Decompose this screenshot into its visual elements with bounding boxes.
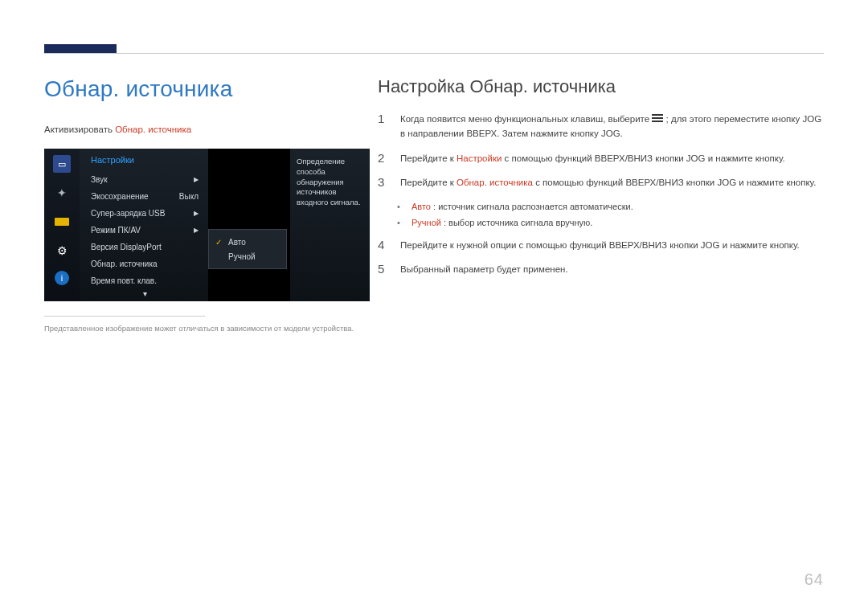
option-name: Авто bbox=[411, 202, 431, 211]
gear-icon[interactable]: ⚙ bbox=[53, 242, 71, 260]
step-body: Перейдите к нужной опции с помощью функц… bbox=[400, 238, 824, 252]
step-text: с помощью функций ВВЕРХ/ВНИЗ кнопки JOG … bbox=[535, 178, 816, 187]
osd-menu-title: Настройки bbox=[91, 155, 199, 165]
bullet-dash: • bbox=[397, 216, 403, 230]
right-column: Настройка Обнар. источника 1 Когда появи… bbox=[378, 76, 824, 286]
step-number: 4 bbox=[378, 238, 389, 252]
step-number: 1 bbox=[378, 112, 389, 126]
osd-row-label: Версия DisplayPort bbox=[91, 243, 162, 251]
step-text: Перейдите к bbox=[400, 178, 457, 187]
page: Обнар. источника Активизировать Обнар. и… bbox=[0, 0, 868, 613]
check-icon: ✓ bbox=[215, 238, 223, 247]
osd-row-label: Супер-зарядка USB bbox=[91, 209, 165, 218]
osd-popup-option[interactable]: ✓Авто bbox=[215, 235, 280, 249]
osd-row[interactable]: ЭкосохранениеВыкл bbox=[91, 188, 199, 205]
osd-popup-option-label: Авто bbox=[228, 238, 246, 247]
left-column: Обнар. источника Активизировать Обнар. и… bbox=[44, 76, 370, 334]
osd-row[interactable]: Звук▶ bbox=[91, 171, 199, 188]
page-number: 64 bbox=[805, 570, 824, 589]
chevron-right-icon: ▶ bbox=[194, 227, 199, 234]
step-nav-target: Обнар. источника bbox=[457, 178, 533, 187]
bullet-body: Ручной : выбор источника сигнала вручную… bbox=[411, 216, 592, 230]
step-body: Перейдите к Обнар. источника с помощью ф… bbox=[400, 175, 824, 190]
option-desc: : выбор источника сигнала вручную. bbox=[444, 218, 592, 227]
header-rule bbox=[44, 53, 824, 54]
step-number: 5 bbox=[378, 262, 389, 276]
step-number: 2 bbox=[378, 151, 389, 166]
color-icon[interactable] bbox=[53, 213, 71, 231]
step-text: Перейдите к bbox=[400, 153, 457, 163]
step: 5 Выбранный параметр будет применен. bbox=[378, 262, 824, 276]
step: 2 Перейдите к Настройки с помощью функци… bbox=[378, 151, 824, 166]
step: 4 Перейдите к нужной опции с помощью фун… bbox=[378, 238, 824, 252]
osd-row[interactable]: Время повт. клав. bbox=[91, 272, 199, 289]
bullet-body: Авто : источник сигнала распознается авт… bbox=[411, 200, 633, 214]
osd-row-label: Экосохранение bbox=[91, 192, 149, 201]
option-name: Ручной bbox=[411, 218, 441, 227]
adjust-icon[interactable]: ✦ bbox=[53, 184, 71, 202]
step: 3 Перейдите к Обнар. источника с помощью… bbox=[378, 175, 824, 190]
activate-line: Активизировать Обнар. источника bbox=[44, 125, 370, 134]
osd-row[interactable]: Обнар. источника bbox=[91, 255, 199, 272]
osd-popup-option[interactable]: Ручной bbox=[215, 249, 280, 264]
display-icon[interactable]: ▭ bbox=[53, 155, 71, 173]
osd-popup: ✓Авто Ручной bbox=[208, 229, 287, 269]
osd-row-label: Обнар. источника bbox=[91, 260, 158, 268]
osd-row-label: Режим ПК/AV bbox=[91, 226, 141, 235]
topic-title: Обнар. источника bbox=[44, 76, 370, 102]
option-bullet: • Авто : источник сигнала распознается а… bbox=[397, 200, 824, 214]
osd-row[interactable]: Версия DisplayPort bbox=[91, 239, 199, 255]
chevron-down-icon[interactable]: ▾ bbox=[91, 289, 199, 300]
activate-label: Активизировать bbox=[44, 125, 113, 134]
step-nav-target: Настройки bbox=[457, 153, 502, 163]
chevron-right-icon: ▶ bbox=[194, 176, 199, 183]
osd-row-label: Звук bbox=[91, 175, 108, 184]
osd-row-value: Выкл bbox=[179, 192, 199, 201]
osd-row-label: Время повт. клав. bbox=[91, 276, 157, 285]
step-body: Выбранный параметр будет применен. bbox=[400, 262, 824, 276]
activate-path: Обнар. источника bbox=[115, 125, 191, 134]
footnote: Представленное изображение может отличат… bbox=[44, 323, 362, 334]
step-body: Перейдите к Настройки с помощью функций … bbox=[400, 151, 824, 166]
option-desc: : источник сигнала распознается автомати… bbox=[433, 202, 633, 211]
info-icon[interactable]: i bbox=[55, 271, 69, 285]
osd-row[interactable]: Режим ПК/AV▶ bbox=[91, 222, 199, 239]
bullet-dash: • bbox=[397, 200, 403, 214]
osd-panel: ▭ ✦ ⚙ i Настройки Звук▶ ЭкосохранениеВык… bbox=[44, 149, 370, 301]
step-number: 3 bbox=[378, 175, 389, 190]
menu-icon bbox=[652, 114, 663, 122]
section-title: Настройка Обнар. источника bbox=[378, 76, 824, 97]
step-text: с помощью функций ВВЕРХ/ВНИЗ кнопки JOG … bbox=[505, 153, 785, 163]
option-bullet: • Ручной : выбор источника сигнала вручн… bbox=[397, 216, 824, 230]
step-text: Когда появится меню функциональных клави… bbox=[400, 114, 652, 124]
header-accent bbox=[44, 44, 117, 53]
step: 1 Когда появится меню функциональных кла… bbox=[378, 112, 824, 141]
osd-description: Определение способа обнаружения источник… bbox=[290, 149, 370, 301]
osd-menu: Настройки Звук▶ ЭкосохранениеВыкл Супер-… bbox=[80, 149, 208, 301]
chevron-right-icon: ▶ bbox=[194, 210, 199, 217]
osd-row[interactable]: Супер-зарядка USB▶ bbox=[91, 205, 199, 222]
footnote-rule bbox=[44, 316, 205, 317]
step-body: Когда появится меню функциональных клави… bbox=[400, 112, 824, 141]
osd-sidebar: ▭ ✦ ⚙ i bbox=[44, 149, 80, 301]
osd-popup-option-label: Ручной bbox=[228, 252, 256, 261]
steps-list: 1 Когда появится меню функциональных кла… bbox=[378, 112, 824, 276]
